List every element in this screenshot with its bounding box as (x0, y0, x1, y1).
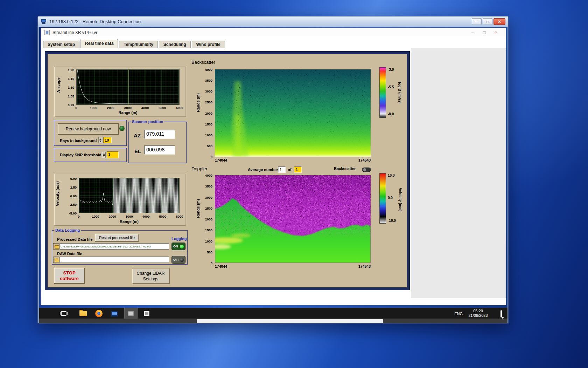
data-logging-group: Data Logging Processed Data file Restart… (52, 230, 188, 265)
tab-scheduling[interactable]: Scheduling (159, 41, 191, 48)
clock-time: 05:20 (465, 309, 491, 313)
stop-button-line1: STOP (63, 270, 75, 276)
rays-in-background-label: Rays in background (60, 138, 97, 143)
pinned-app-icon[interactable] (109, 309, 120, 318)
processed-logging-toggle[interactable]: ON (172, 243, 186, 250)
doppler-heatmap (215, 175, 371, 263)
settings-button-line1: Change LiDAR (136, 271, 164, 276)
raw-path-browse-button[interactable] (53, 257, 59, 263)
backscatter-y-ticks: 40003500300025002000150010005000 (202, 69, 214, 157)
scrollbar-thumb[interactable] (197, 319, 383, 323)
empty-panel-area (411, 48, 506, 298)
language-indicator[interactable]: ENG (454, 308, 463, 319)
processed-data-file-label: Processed Data file (57, 237, 93, 241)
backscatter-colorbar-tick-max: -3.0 (388, 68, 394, 71)
doppler-y-axis-label: Range (m) (196, 199, 200, 218)
backscatter-toggle[interactable] (362, 168, 371, 172)
rdp-minimize-button[interactable]: – (472, 18, 482, 25)
on-led (180, 245, 184, 248)
app-minimize-button[interactable]: – (471, 30, 474, 35)
restart-processed-file-button[interactable]: Restart processed file (95, 234, 139, 241)
backscatter-heatmap-image (215, 69, 371, 157)
raw-path-field[interactable] (59, 257, 169, 263)
off-label: OFF (173, 258, 180, 261)
elevation-field[interactable]: 000.098 (144, 145, 175, 155)
azimuth-field[interactable]: 079.011 (144, 130, 175, 139)
doppler-colorbar-tick-max: 10.0 (388, 173, 394, 177)
backscatter-colorbar-label: log B (/m/sr) (398, 82, 402, 103)
rdp-titlebar[interactable]: 192.168.0.122 - Remote Desktop Connectio… (38, 16, 508, 27)
average-total-field[interactable]: 1 (294, 166, 302, 173)
tab-system-setup[interactable]: System setup (43, 41, 79, 48)
tab-wind-profile[interactable]: Wind profile (192, 41, 225, 48)
doppler-colorbar-tick-mid: 0.0 (388, 196, 393, 200)
backscatter-toggle-label: Backscatter (334, 166, 356, 171)
doppler-colorbar-tick-min: -10.0 (388, 219, 396, 223)
average-number-field[interactable]: 1 (278, 166, 286, 173)
of-label: of (288, 168, 291, 172)
backscatter-colorbar-tick-min: -8.0 (388, 112, 394, 116)
logging-label: Logging (172, 237, 187, 241)
processed-path-field[interactable]: C:\Lidar\Data\Proc\2023\202308\20230821\… (59, 243, 169, 250)
stop-software-button[interactable]: STOP software (54, 268, 85, 284)
velocity-graph: Velocity (m/s) 5.002.500.00-2.50-5.00 01… (54, 173, 186, 226)
tab-temp-humidity[interactable]: Temp/humidity (119, 41, 158, 48)
app-titlebar[interactable]: StreamLine XR v14-6.vi – □ × (41, 28, 506, 37)
ascope-x-ticks: 0100020003000400050006000 (76, 106, 180, 110)
backscatter-time-start: 174044 (215, 158, 227, 162)
scanner-position-group: Scanner position AZ 079.011 EL 000.098 (128, 122, 187, 163)
snr-group: Display SNR threshold 1 (54, 148, 127, 162)
tab-real-time-data[interactable]: Real time data (80, 39, 118, 48)
change-lidar-settings-button[interactable]: Change LiDAR Settings (132, 268, 169, 284)
velocity-x-axis-label: Range (m) (79, 219, 180, 224)
snr-threshold-label: Display SNR threshold (60, 153, 102, 157)
doppler-plot-title: Doppler (191, 166, 208, 171)
snr-threshold-field[interactable]: 1 (107, 151, 119, 158)
desktop-background: 192.168.0.122 - Remote Desktop Connectio… (0, 0, 588, 368)
rdp-close-button[interactable]: × (493, 18, 505, 25)
snr-spinner[interactable] (102, 152, 106, 158)
app-close-button[interactable]: × (495, 30, 497, 35)
velocity-x-ticks: 0100020003000400050006000 (79, 214, 180, 219)
vi-icon (44, 30, 50, 35)
processed-path-browse-button[interactable] (53, 243, 59, 250)
scanner-position-label: Scanner position (131, 120, 164, 124)
settings-button-line2: Settings (143, 276, 158, 282)
rdp-horizontal-scrollbar[interactable] (39, 319, 507, 323)
backscatter-colorbar (379, 67, 386, 118)
rays-spinner[interactable] (98, 137, 102, 143)
doppler-heatmap-image (215, 175, 371, 263)
background-group: Renew background now Rays in background … (54, 120, 127, 146)
taskbar: ENG 05:20 21/08/2023 (39, 308, 507, 319)
rays-in-background-field[interactable]: 10 (103, 137, 112, 143)
app-window-title: StreamLine XR v14-6.vi (52, 30, 471, 35)
ascope-graph: A-scope 1.201.151.101.050.99 01000200030… (54, 67, 186, 117)
remote-desktop: StreamLine XR v14-6.vi – □ × System setu… (39, 27, 507, 319)
doppler-colorbar (379, 173, 386, 224)
on-label: ON (173, 245, 178, 248)
elevation-label: EL (134, 148, 141, 154)
file-explorer-icon[interactable] (78, 309, 88, 318)
active-app-icon[interactable] (124, 308, 138, 319)
firefox-icon[interactable] (93, 309, 104, 318)
app-restore-button[interactable]: □ (483, 30, 486, 35)
raw-data-file-label: RAW Data file (57, 252, 82, 256)
ascope-x-axis-label: Range (m) (76, 110, 180, 115)
raw-logging-toggle[interactable]: OFF (172, 256, 186, 264)
background-led (119, 126, 125, 131)
notification-icon[interactable] (500, 311, 502, 317)
document-app-icon[interactable] (141, 309, 152, 318)
clock[interactable]: 05:20 21/08/2023 (465, 309, 491, 318)
backscatter-y-axis-label: Range (m) (196, 93, 200, 112)
doppler-time-start: 174044 (215, 264, 227, 268)
rdp-maximize-button[interactable]: □ (483, 18, 492, 25)
data-logging-label: Data Logging (54, 228, 81, 233)
backscatter-colorbar-tick-mid: -5.5 (388, 85, 394, 89)
toggle-knob (363, 168, 366, 171)
task-view-icon[interactable] (58, 309, 69, 318)
ascope-y-axis-label: A-scope (56, 77, 61, 93)
renew-background-button[interactable]: Renew background now (58, 123, 119, 135)
doppler-time-end: 174543 (343, 264, 371, 268)
rdp-icon (41, 19, 47, 24)
stop-button-line2: software (60, 276, 78, 281)
